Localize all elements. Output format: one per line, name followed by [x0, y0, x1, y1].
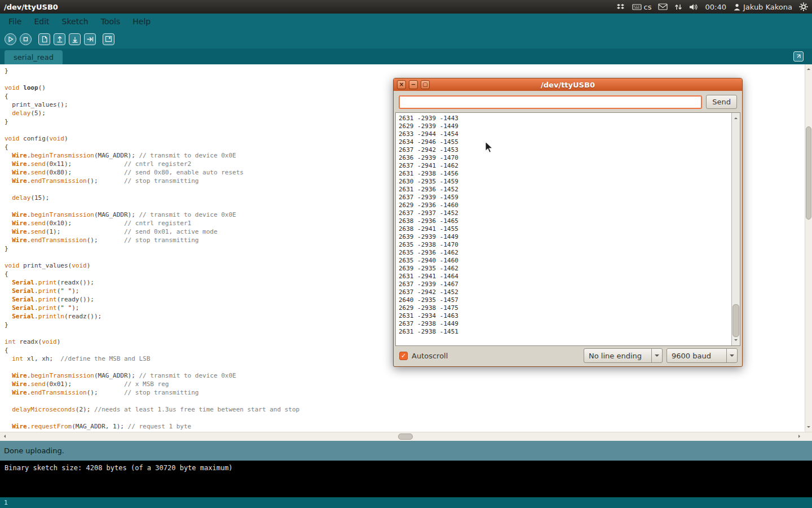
serial-line: 2637 -2937 -1452 — [399, 209, 731, 217]
serial-line: 2637 -2942 -1452 — [399, 288, 731, 296]
system-tray: cs 00:40 Jakub Kakona — [616, 2, 808, 11]
screen: /dev/ttyUSB0 cs 00:40 Jakub Kakona File … — [0, 0, 812, 508]
gear-icon[interactable] — [799, 2, 808, 11]
serial-line: 2639 -2939 -1449 — [399, 233, 731, 241]
serial-scroll-up-arrow[interactable] — [734, 116, 738, 119]
console-text: Binary sketch size: 4208 bytes (of a 307… — [5, 464, 233, 472]
serial-line: 2629 -2938 -1475 — [399, 304, 731, 312]
menu-file[interactable]: File — [2, 14, 28, 29]
serial-line: 2637 -2939 -1467 — [399, 281, 731, 288]
mail-icon[interactable] — [658, 3, 668, 10]
serial-line: 2629 -2939 -1449 — [399, 122, 731, 130]
serial-scrollbar[interactable] — [731, 113, 740, 345]
serial-line: 2629 -2936 -1460 — [399, 202, 731, 209]
serial-line: 2631 -2934 -1463 — [399, 312, 731, 320]
line-ending-value: No line ending — [584, 349, 651, 362]
serial-line: 2631 -2939 -1443 — [399, 115, 731, 122]
save-sketch-button[interactable] — [69, 33, 81, 45]
code-line — [5, 397, 805, 405]
serial-scroll-down-arrow[interactable] — [734, 339, 738, 343]
toolbar — [0, 29, 812, 49]
serial-line: 2636 -2939 -1470 — [399, 154, 731, 162]
keyboard-icon — [632, 3, 642, 11]
serial-line: 2631 -2938 -1456 — [399, 170, 731, 178]
menu-tools[interactable]: Tools — [95, 14, 127, 29]
serial-monitor-titlebar[interactable]: × − ▢ /dev/ttyUSB0 — [394, 78, 742, 91]
serial-line: 2631 -2941 -1464 — [399, 273, 731, 281]
serial-line: 2637 -2941 -1462 — [399, 162, 731, 170]
menu-edit[interactable]: Edit — [28, 14, 55, 29]
volume-icon[interactable] — [689, 3, 698, 11]
serial-scroll-thumb[interactable] — [732, 304, 739, 337]
stop-button[interactable] — [20, 33, 32, 45]
editor-vertical-scrollbar[interactable] — [805, 64, 812, 432]
serial-line: 2637 -2939 -1459 — [399, 194, 731, 202]
maximize-button[interactable]: ▢ — [421, 80, 430, 89]
serial-output[interactable]: 2631 -2939 -14432629 -2939 -14492633 -29… — [395, 112, 740, 346]
serial-line: 2630 -2935 -1459 — [399, 178, 731, 186]
serial-line: 2631 -2938 -1451 — [399, 328, 731, 336]
autoscroll-label: Autoscroll — [412, 352, 448, 360]
vertical-scroll-thumb[interactable] — [806, 126, 811, 220]
scroll-up-arrow[interactable] — [807, 67, 810, 70]
chevron-down-icon[interactable] — [726, 349, 737, 362]
tab-serial-read[interactable]: serial_read — [5, 50, 63, 64]
line-indicator: 1 — [0, 497, 812, 508]
tab-bar: serial_read — [0, 49, 812, 64]
serial-monitor-button[interactable] — [103, 33, 114, 45]
serial-line: 2633 -2944 -1454 — [399, 130, 731, 138]
serial-line: 2640 -2935 -1457 — [399, 296, 731, 304]
code-line: Wire.beginTransmission(MAG_ADDR); // tra… — [5, 371, 805, 380]
scroll-right-arrow[interactable] — [798, 435, 802, 438]
open-sketch-button[interactable] — [54, 33, 65, 45]
serial-input-row: Send — [394, 91, 742, 111]
horizontal-scroll-thumb[interactable] — [398, 433, 413, 440]
menu-help[interactable]: Help — [126, 14, 157, 29]
send-button[interactable]: Send — [706, 95, 737, 109]
dropbox-icon[interactable] — [616, 3, 625, 10]
menu-sketch[interactable]: Sketch — [56, 14, 95, 29]
serial-line: 2637 -2938 -1449 — [399, 320, 731, 328]
serial-line: 2631 -2936 -1452 — [399, 186, 731, 194]
system-panel: /dev/ttyUSB0 cs 00:40 Jakub Kakona — [0, 0, 812, 14]
serial-line: 2635 -2936 -1462 — [399, 249, 731, 257]
status-bar: Done uploading. — [0, 441, 812, 461]
autoscroll-checkbox[interactable]: ✓ — [399, 352, 408, 360]
baud-rate-value: 9600 baud — [667, 349, 726, 362]
keyboard-layout-label: cs — [644, 3, 652, 11]
tab-menu-button[interactable] — [793, 51, 804, 62]
editor-horizontal-scrollbar[interactable] — [0, 432, 812, 441]
serial-input[interactable] — [399, 95, 702, 109]
username: Jakub Kakona — [743, 3, 792, 11]
serial-line: 2635 -2938 -1470 — [399, 241, 731, 249]
keyboard-layout-indicator[interactable]: cs — [632, 3, 652, 11]
code-line: Wire.send(0x01); // x MSB reg — [5, 380, 805, 388]
serial-monitor-title: /dev/ttyUSB0 — [541, 81, 595, 89]
serial-line: 2635 -2940 -1460 — [399, 257, 731, 265]
window-controls: × − ▢ — [397, 80, 430, 89]
upload-button[interactable] — [84, 33, 96, 45]
scroll-down-arrow[interactable] — [807, 426, 810, 430]
scroll-left-arrow[interactable] — [2, 435, 6, 438]
menubar: File Edit Sketch Tools Help — [0, 14, 812, 29]
code-line: Wire.requestFrom(MAG_ADDR, 1); // reques… — [5, 422, 805, 431]
baud-rate-dropdown[interactable]: 9600 baud — [667, 348, 738, 363]
minimize-button[interactable]: − — [409, 80, 418, 89]
chevron-down-icon[interactable] — [651, 349, 662, 362]
status-message: Done uploading. — [4, 446, 64, 455]
code-line — [5, 414, 805, 422]
session-menu[interactable]: Jakub Kakona — [733, 3, 792, 11]
network-traffic-icon[interactable] — [674, 3, 682, 11]
close-button[interactable]: × — [397, 80, 406, 89]
serial-line: 2638 -2936 -1465 — [399, 217, 731, 225]
code-line: Wire.endTransmission(); // stop transmit… — [5, 388, 805, 397]
console-output: Binary sketch size: 4208 bytes (of a 307… — [0, 461, 812, 497]
serial-line: 2639 -2935 -1462 — [399, 265, 731, 273]
verify-button[interactable] — [5, 33, 16, 45]
serial-output-lines: 2631 -2939 -14432629 -2939 -14492633 -29… — [396, 113, 731, 345]
line-ending-dropdown[interactable]: No line ending — [584, 348, 663, 363]
panel-window-title: /dev/ttyUSB0 — [4, 3, 58, 11]
code-line: delayMicroseconds(2); //needs at least 1… — [5, 405, 805, 414]
new-sketch-button[interactable] — [38, 33, 50, 45]
clock[interactable]: 00:40 — [705, 3, 726, 11]
